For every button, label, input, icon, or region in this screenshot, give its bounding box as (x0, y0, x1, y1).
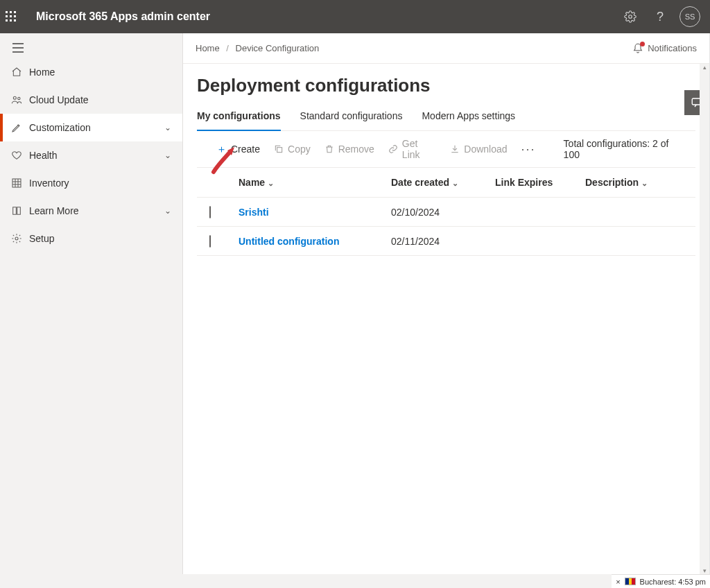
notifications-button[interactable]: Notifications (632, 43, 697, 54)
suite-right: ? SS (624, 6, 704, 27)
breadcrumb: Home / Device Configuration (196, 43, 319, 53)
chevron-down-icon: ⌄ (164, 206, 171, 216)
col-name[interactable]: Name⌄ (239, 177, 391, 188)
svg-rect-6 (6, 19, 8, 21)
trash-icon (324, 144, 334, 154)
nav-item-health[interactable]: Health ⌄ (0, 141, 182, 169)
col-description[interactable]: Description⌄ (585, 177, 689, 188)
page-title: Deployment configurations (197, 75, 695, 96)
status-close-icon[interactable]: × (616, 578, 620, 586)
bell-icon (632, 43, 643, 54)
svg-point-13 (13, 96, 16, 99)
suite-bar: Microsoft 365 Apps admin center ? SS (0, 0, 710, 33)
cmd-label: Download (464, 144, 507, 155)
svg-rect-15 (12, 179, 21, 187)
nav-item-label: Health (29, 150, 164, 161)
svg-point-9 (629, 15, 632, 19)
heart-icon (11, 150, 29, 161)
scroll-down-icon[interactable]: ▾ (702, 567, 707, 574)
nav-item-label: Home (29, 67, 171, 78)
nav-item-label: Customization (29, 122, 164, 133)
notifications-label: Notifications (648, 43, 697, 53)
row-checkbox[interactable] (209, 206, 211, 218)
svg-rect-21 (277, 148, 282, 153)
breadcrumb-home-link[interactable]: Home (196, 43, 220, 53)
row-date: 02/11/2024 (391, 236, 495, 247)
nav-collapse-icon[interactable] (0, 37, 182, 58)
download-button: Download (450, 144, 507, 155)
people-icon (11, 94, 29, 105)
svg-rect-4 (10, 15, 12, 17)
table-row[interactable]: Untitled configuration 02/11/2024 (197, 227, 695, 256)
svg-point-14 (18, 97, 20, 99)
more-commands-button[interactable]: ··· (521, 142, 536, 157)
command-bar: ＋ Create Copy Remove Get Link Down (197, 131, 695, 167)
row-date: 02/10/2024 (391, 207, 495, 218)
svg-rect-2 (14, 11, 16, 13)
app-launcher-icon[interactable] (6, 11, 28, 22)
nav-item-learn-more[interactable]: Learn More ⌄ (0, 197, 182, 225)
svg-rect-1 (10, 11, 12, 13)
help-icon[interactable]: ? (652, 10, 668, 24)
configurations-table: Name⌄ Date created⌄ Link Expires Descrip… (197, 167, 695, 256)
copy-button: Copy (274, 144, 311, 155)
create-button[interactable]: ＋ Create (216, 143, 260, 156)
table-header: Name⌄ Date created⌄ Link Expires Descrip… (197, 167, 695, 198)
cmd-label: Create (231, 144, 260, 155)
page-content: Deployment configurations My configurati… (183, 64, 709, 256)
col-date-created[interactable]: Date created⌄ (391, 177, 495, 188)
col-link-expires[interactable]: Link Expires (495, 177, 585, 188)
download-icon (450, 144, 460, 154)
scroll-up-icon[interactable]: ▴ (702, 64, 707, 71)
vertical-scrollbar[interactable]: ▴ ▾ (700, 64, 709, 574)
settings-icon[interactable] (624, 10, 641, 23)
nav-item-label: Learn More (29, 205, 164, 216)
nav-item-cloud-update[interactable]: Cloud Update (0, 86, 182, 114)
total-configurations-label: Total configurations: 2 of 100 (564, 138, 695, 160)
book-icon (11, 205, 29, 216)
nav-item-customization[interactable]: Customization ⌄ (0, 114, 182, 141)
cmd-label: Get Link (402, 138, 436, 160)
main-region: Home / Device Configuration Notification… (183, 33, 710, 574)
nav-item-setup[interactable]: Setup (0, 225, 182, 252)
cmd-label: Remove (338, 144, 374, 155)
chevron-down-icon: ⌄ (164, 123, 171, 132)
row-name-link[interactable]: Untitled configuration (239, 236, 391, 247)
link-icon (388, 144, 398, 154)
row-name-link[interactable]: Srishti (239, 207, 391, 218)
nav-item-label: Cloud Update (29, 94, 171, 105)
svg-rect-7 (10, 19, 12, 21)
status-location: Bucharest: 4:53 pm (640, 578, 706, 586)
plus-icon: ＋ (216, 143, 227, 156)
row-checkbox[interactable] (209, 235, 211, 248)
home-icon (11, 67, 29, 78)
sort-icon: ⌄ (452, 179, 458, 187)
tab-my-configurations[interactable]: My configurations (197, 103, 281, 131)
nav-item-label: Setup (29, 233, 171, 244)
copy-icon (274, 144, 284, 154)
svg-rect-0 (6, 11, 8, 13)
sort-icon: ⌄ (268, 179, 274, 187)
breadcrumb-current: Device Configuration (236, 43, 320, 53)
chevron-down-icon: ⌄ (164, 150, 171, 160)
account-avatar[interactable]: SS (679, 6, 700, 27)
suite-title: Microsoft 365 Apps admin center (36, 10, 624, 23)
breadcrumb-sep: / (226, 43, 229, 53)
shell: Home Cloud Update Customization ⌄ Health… (0, 33, 710, 574)
svg-rect-5 (14, 15, 16, 17)
remove-button: Remove (324, 144, 374, 155)
nav-item-label: Inventory (29, 178, 171, 189)
tabs: My configurations Standard configuration… (197, 103, 695, 131)
nav-item-inventory[interactable]: Inventory (0, 169, 182, 197)
tab-standard-configurations[interactable]: Standard configurations (300, 103, 403, 130)
tab-modern-apps-settings[interactable]: Modern Apps settings (422, 103, 515, 130)
status-bar: × Bucharest: 4:53 pm (612, 574, 710, 588)
svg-rect-3 (6, 15, 8, 17)
grid-icon (11, 178, 29, 189)
table-row[interactable]: Srishti 02/10/2024 (197, 198, 695, 227)
nav-item-home[interactable]: Home (0, 58, 182, 86)
flag-icon (625, 578, 636, 585)
cmd-label: Copy (288, 144, 311, 155)
pencil-icon (11, 122, 29, 133)
left-nav: Home Cloud Update Customization ⌄ Health… (0, 33, 183, 574)
